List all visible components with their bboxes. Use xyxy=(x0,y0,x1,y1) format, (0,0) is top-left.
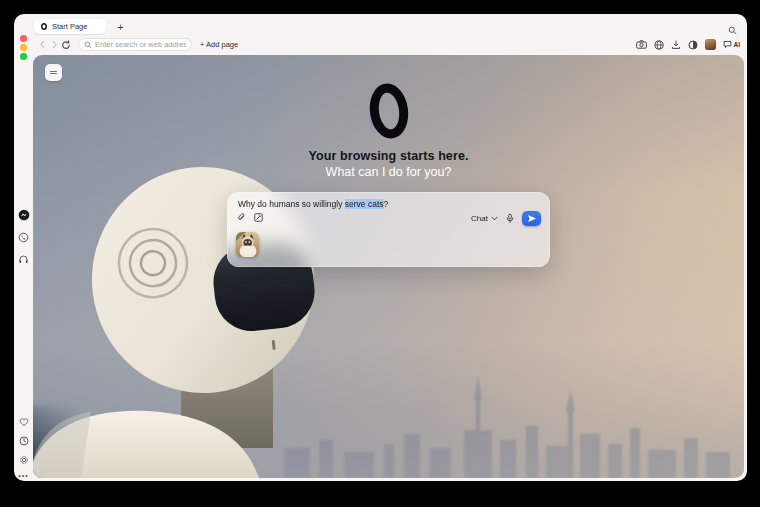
bookmarks-heart-icon[interactable] xyxy=(18,416,30,428)
theme-contrast-icon[interactable] xyxy=(688,40,698,50)
mode-label: Chat xyxy=(471,214,488,223)
subheadline: What can I do for you? xyxy=(326,165,452,179)
close-window-button[interactable] xyxy=(20,35,27,42)
back-icon[interactable] xyxy=(36,40,48,49)
send-button[interactable] xyxy=(522,211,541,226)
history-clock-icon[interactable] xyxy=(18,435,30,447)
sidebar-messengers xyxy=(14,209,33,265)
toolbar: + Add page AI xyxy=(33,36,747,53)
player-headphones-icon[interactable] xyxy=(18,253,30,265)
forward-icon[interactable] xyxy=(48,40,60,49)
microphone-icon[interactable] xyxy=(506,213,514,224)
selected-text: serve cats xyxy=(345,199,384,209)
search-icon xyxy=(84,41,92,49)
sidebar-bottom: ••• xyxy=(14,416,33,479)
mode-select[interactable]: Chat xyxy=(471,214,498,223)
opera-favicon-icon xyxy=(40,22,48,31)
zoom-window-button[interactable] xyxy=(20,53,27,60)
tab-start-page[interactable]: Start Page xyxy=(34,19,106,34)
add-page-button[interactable]: + Add page xyxy=(200,40,238,49)
paperclip-icon[interactable] xyxy=(237,213,246,222)
snapshot-camera-icon[interactable] xyxy=(636,40,647,49)
tab-title: Start Page xyxy=(52,22,87,31)
new-tab-button[interactable]: + xyxy=(113,19,128,34)
attachment-buttons xyxy=(237,213,263,222)
compose-pencil-icon[interactable] xyxy=(254,213,263,222)
minimize-window-button[interactable] xyxy=(20,44,27,51)
aria-prompt-box[interactable]: Why do humans so willingly serve cats? C… xyxy=(227,192,550,267)
start-page: Your browsing starts here. What can I do… xyxy=(33,55,744,478)
ai-label: AI xyxy=(734,41,741,48)
headline: Your browsing starts here. xyxy=(308,149,468,163)
more-ellipsis-icon[interactable]: ••• xyxy=(18,473,28,479)
attached-image-thumbnail[interactable] xyxy=(236,232,259,257)
whatsapp-icon[interactable] xyxy=(18,231,30,243)
paper-plane-icon xyxy=(527,214,537,223)
chat-bubble-icon xyxy=(723,40,732,49)
prompt-text[interactable]: Why do humans so willingly serve cats? xyxy=(238,199,388,209)
web-tools-globe-icon[interactable] xyxy=(654,40,664,50)
profile-avatar[interactable] xyxy=(705,39,716,50)
browser-window: ••• Start Page + xyxy=(14,14,747,481)
reload-icon[interactable] xyxy=(60,40,72,50)
screen: ••• Start Page + xyxy=(0,0,760,507)
downloads-icon[interactable] xyxy=(671,40,681,50)
chevron-down-icon xyxy=(491,216,498,221)
aria-ai-button[interactable]: AI xyxy=(723,40,741,49)
left-sidebar: ••• xyxy=(14,14,33,481)
opera-logo-icon xyxy=(366,82,412,140)
messenger-icon[interactable] xyxy=(18,209,30,221)
address-input[interactable] xyxy=(95,40,186,49)
prompt-controls: Chat xyxy=(471,211,541,226)
window-controls xyxy=(14,35,33,60)
address-bar[interactable] xyxy=(78,38,192,51)
settings-gear-icon[interactable] xyxy=(18,454,30,466)
toolbar-right: AI xyxy=(636,39,748,50)
center-stack: Your browsing starts here. What can I do… xyxy=(33,55,744,267)
